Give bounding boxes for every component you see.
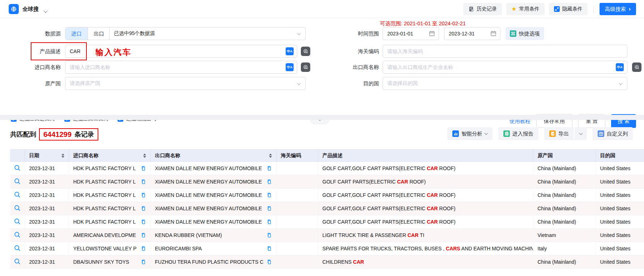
copy-icon[interactable]	[141, 259, 146, 265]
desc-pre: GOLF CART PARTS(ELECTRIC	[323, 179, 397, 185]
view-detail-icon[interactable]	[14, 204, 21, 212]
calendar-icon[interactable]	[429, 30, 435, 36]
data-source-select[interactable]: 已选中95个数据源	[109, 27, 306, 40]
view-detail-icon[interactable]	[14, 218, 21, 225]
advanced-search-label: 高级搜索	[605, 6, 626, 13]
translate-icon[interactable]: 中A	[286, 63, 294, 71]
view-detail-icon[interactable]	[14, 231, 21, 238]
sort-icon[interactable]	[61, 154, 64, 158]
detail-cell	[10, 215, 25, 229]
header-destination: 目的国	[596, 150, 644, 162]
view-detail-icon[interactable]	[14, 245, 21, 252]
date-cell: 2023-12-31	[25, 215, 69, 229]
copy-icon[interactable]	[266, 179, 272, 185]
enter-report-button[interactable]: 进入报告	[498, 127, 538, 140]
smart-analysis-button[interactable]: 智能分析	[447, 127, 492, 140]
copy-icon[interactable]	[141, 165, 146, 171]
desc-pre: GOLF CART,GOLF CART PARTS(ELECTRIC	[323, 165, 427, 171]
copy-icon[interactable]	[141, 246, 146, 251]
chevron-down-icon	[579, 131, 583, 135]
view-detail-icon[interactable]	[14, 258, 21, 265]
date-cell: 2023-12-31	[25, 255, 69, 269]
row-origin: China (Mainland)	[538, 259, 576, 265]
copy-icon[interactable]	[266, 219, 272, 225]
row-exporter: XIAMEN DALLE NEW ENERGY AUTOMOBILE	[155, 192, 262, 198]
view-detail-icon[interactable]	[14, 191, 21, 198]
desc-pre: GOLF CART,GOLF CART PARTS(ELECTRIC	[323, 192, 427, 198]
translate-icon[interactable]: 中A	[286, 47, 294, 55]
origin-cell: China (Mainland)	[533, 215, 596, 229]
date-range-label: 时间范围	[333, 27, 379, 40]
copy-icon[interactable]	[266, 246, 272, 251]
app-switcher-chevron-icon[interactable]	[44, 8, 47, 13]
copy-icon[interactable]	[141, 232, 146, 238]
import-tab[interactable]: 进口	[65, 27, 88, 40]
destination-cell: United States	[596, 242, 644, 255]
hs-code-input[interactable]	[383, 45, 627, 58]
hs-code-cell	[276, 255, 318, 269]
sort-icon[interactable]	[143, 154, 146, 158]
divider	[593, 5, 594, 13]
calendar-icon[interactable]	[490, 30, 496, 36]
desc-highlight: CAR	[408, 232, 418, 238]
product-desc-cell: CHILDRENS CAR	[318, 255, 533, 269]
origin-cell: China (Mainland)	[533, 255, 596, 269]
copy-icon[interactable]	[141, 192, 146, 198]
favorites-button[interactable]: ★ 常用条件	[506, 3, 544, 15]
sort-icon[interactable]	[269, 154, 272, 158]
custom-columns-button[interactable]: 自定义列	[593, 127, 633, 140]
copy-icon[interactable]	[141, 179, 146, 185]
exporter-label: 出口商名称	[333, 61, 379, 74]
desc-pre: GOLF CART,GOLF CART PARTS(ELECTRIC	[323, 219, 427, 225]
copy-icon[interactable]	[266, 165, 272, 171]
header-date[interactable]: 日期	[25, 150, 69, 162]
section-divider	[0, 115, 644, 120]
table-header-row: 日期 进口商名称 出口商名称 海关编码 产品描述 原产国 目的国	[10, 150, 644, 162]
quick-options-button[interactable]: 快捷选项	[506, 27, 544, 40]
row-date: 2023-12-31	[29, 192, 55, 198]
export-tab[interactable]: 出口	[88, 27, 110, 40]
advanced-search-button[interactable]: 高级搜索 ›	[600, 3, 636, 15]
export-button[interactable]: 导出	[544, 127, 574, 140]
history-button[interactable]: 历史记录	[463, 3, 502, 15]
fuzzy-match-toggle-icon[interactable]	[301, 47, 310, 56]
fuzzy-match-toggle-icon[interactable]	[301, 62, 310, 72]
importer-input[interactable]	[65, 61, 297, 74]
copy-icon[interactable]	[141, 206, 146, 211]
view-detail-icon[interactable]	[14, 178, 21, 185]
copy-icon[interactable]	[266, 206, 272, 211]
row-origin: China (Mainland)	[538, 165, 576, 171]
dest-country-select[interactable]: 请选择目的国	[383, 77, 627, 90]
exporter-cell: XIAMEN DALLE NEW ENERGY AUTOMOBILE	[150, 162, 276, 175]
enter-report-label: 进入报告	[512, 130, 533, 137]
fuzzy-match-toggle-icon[interactable]	[632, 62, 641, 72]
detail-cell	[10, 255, 25, 269]
copy-icon[interactable]	[141, 219, 146, 225]
origin-country-select[interactable]: 请选择原产国	[65, 77, 306, 90]
exporter-input[interactable]	[383, 61, 627, 74]
date-cell: 2023-12-31	[25, 189, 69, 202]
hs-code-cell	[276, 229, 318, 242]
export-more-button[interactable]	[575, 127, 587, 140]
product-desc-cell: LIGHT TRUCK TIRE & PASSENGER CAR TI	[318, 229, 533, 242]
product-annotation-text: 输入汽车	[95, 47, 132, 58]
copy-icon[interactable]	[266, 232, 272, 238]
product-desc-cell: GOLF CART PARTS(ELECTRIC CAR ROOF)	[318, 175, 533, 189]
hs-code-label: 海关编码	[333, 45, 379, 58]
export-icon	[549, 130, 556, 137]
row-exporter: XIAMEN DALLE NEW ENERGY AUTOMOBILE	[155, 165, 262, 171]
translate-icon[interactable]: 中A	[616, 63, 624, 71]
header-exporter[interactable]: 出口商名称	[150, 150, 276, 162]
copy-icon[interactable]	[266, 192, 272, 198]
view-detail-icon[interactable]	[14, 164, 21, 172]
header-importer[interactable]: 进口商名称	[69, 150, 150, 162]
copy-icon[interactable]	[266, 259, 272, 265]
table-row: 2023-12-31 HDK PLASTIC FACTORY L XIAMEN …	[10, 215, 644, 229]
row-importer: HDK PLASTIC FACTORY L	[73, 165, 136, 171]
origin-cell: China (Mainland)	[533, 189, 596, 202]
hide-conditions-button[interactable]: 隐藏条件	[549, 3, 588, 15]
table-body: 2023-12-31 HDK PLASTIC FACTORY L XIAMEN …	[10, 162, 644, 269]
table-row: 2023-12-31 YELLOWSTONE VALLEY P EURORICA…	[10, 242, 644, 255]
chevron-down-icon	[619, 82, 623, 85]
row-exporter: FUZHOU TERA FUND PLASTIC PRODUCTS C	[155, 259, 264, 265]
